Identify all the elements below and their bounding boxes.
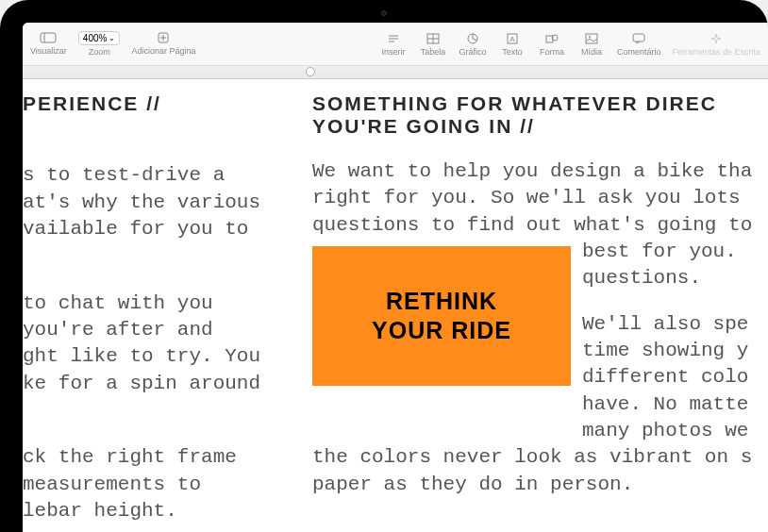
document-canvas[interactable]: PERIENCE // s to test-drive a at's why t… (23, 79, 768, 532)
svg-rect-18 (586, 34, 597, 43)
media-button[interactable]: Mídia (577, 32, 606, 57)
chevron-down-icon: ⌄ (109, 34, 115, 42)
callout-text: RETHINK YOUR RIDE (372, 287, 511, 346)
svg-rect-20 (633, 34, 644, 42)
view-label: Visualizar (30, 46, 67, 56)
device-frame: Visualizar 400% ⌄ Zoom Adicionar Página (0, 0, 768, 532)
comment-label: Comentário (617, 47, 661, 57)
shape-label: Forma (540, 47, 564, 57)
zoom-label: Zoom (89, 47, 110, 57)
text-icon: A (504, 32, 521, 45)
table-button[interactable]: Tabela (419, 32, 447, 57)
view-icon (40, 31, 57, 44)
shape-icon (543, 32, 560, 45)
svg-rect-0 (41, 33, 56, 42)
zoom-value: 400% (83, 33, 108, 43)
right-column: SOMETHING FOR WHATEVER DIREC YOU'RE GOIN… (299, 79, 768, 532)
toolbar: Visualizar 400% ⌄ Zoom Adicionar Página (23, 23, 768, 66)
writing-tools-button[interactable]: Ferramentas de Escrita (672, 32, 760, 57)
right-para-1: We want to help you design a bike tha ri… (312, 158, 768, 239)
insert-icon (385, 32, 402, 45)
text-button[interactable]: A Texto (498, 32, 526, 57)
add-page-button[interactable]: Adicionar Página (131, 31, 195, 56)
svg-point-19 (589, 36, 591, 38)
view-button[interactable]: Visualizar (30, 31, 67, 56)
left-column: PERIENCE // s to test-drive a at's why t… (23, 79, 299, 532)
plus-icon (155, 31, 172, 44)
svg-line-13 (473, 39, 476, 41)
ruler-marker[interactable] (306, 67, 315, 76)
add-page-label: Adicionar Página (131, 46, 195, 56)
chart-label: Gráfico (459, 47, 486, 57)
chart-button[interactable]: Gráfico (459, 32, 487, 57)
app-window: Visualizar 400% ⌄ Zoom Adicionar Página (23, 23, 768, 532)
left-para-1: s to test-drive a at's why the various v… (23, 162, 290, 242)
insert-label: Inserir (381, 47, 405, 57)
ruler[interactable] (23, 66, 768, 79)
text-label: Texto (502, 47, 523, 57)
comment-button[interactable]: Comentário (617, 32, 661, 57)
callout-box[interactable]: RETHINK YOUR RIDE (312, 246, 571, 386)
insert-button[interactable]: Inserir (379, 32, 408, 57)
zoom-control[interactable]: 400% ⌄ Zoom (78, 31, 121, 57)
media-label: Mídia (581, 47, 602, 57)
chart-icon (464, 32, 481, 45)
left-para-2: to chat with you you're after and ght li… (23, 291, 290, 397)
left-para-3: ck the right frame measurements to lebar… (23, 444, 290, 524)
right-para-2: the colors never look as vibrant on s pa… (312, 444, 768, 498)
left-heading: PERIENCE // (23, 92, 290, 115)
writing-label: Ferramentas de Escrita (672, 47, 760, 57)
camera-dot (381, 10, 387, 16)
svg-text:A: A (509, 35, 515, 43)
sparkle-icon (708, 32, 725, 45)
comment-icon (630, 32, 647, 45)
media-icon (583, 32, 600, 45)
right-heading: SOMETHING FOR WHATEVER DIREC YOU'RE GOIN… (312, 92, 768, 138)
table-icon (425, 32, 442, 45)
table-label: Tabela (421, 47, 446, 57)
shape-button[interactable]: Forma (538, 32, 566, 57)
